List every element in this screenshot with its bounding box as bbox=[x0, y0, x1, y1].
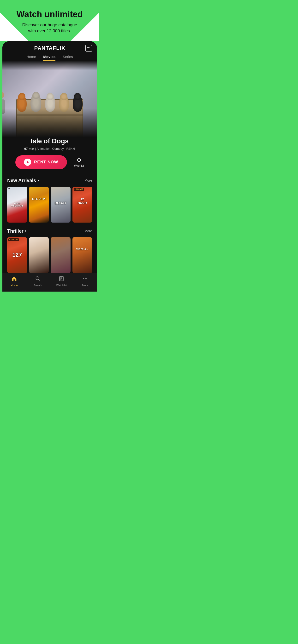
nav-home[interactable]: Home bbox=[7, 276, 21, 287]
svg-point-6 bbox=[83, 278, 84, 279]
tab-series[interactable]: Series bbox=[63, 54, 73, 60]
movie-card-three-billboards[interactable] bbox=[72, 237, 92, 273]
movie-meta: 97 min | Animation, Comedy | FSK 6 bbox=[7, 147, 92, 150]
nav-watchlist[interactable]: Watchlist bbox=[54, 276, 69, 287]
rent-now-button[interactable]: RENT NOW bbox=[15, 155, 67, 169]
new-arrivals-header: New Arrivals › More bbox=[7, 178, 92, 183]
tab-home[interactable]: Home bbox=[26, 54, 36, 60]
hero-background bbox=[3, 60, 97, 137]
watchlist-icon bbox=[59, 276, 64, 283]
movie-info: Isle of Dogs 97 min | Animation, Comedy … bbox=[3, 137, 97, 174]
play-icon bbox=[24, 158, 31, 166]
promo-headline: Watch unlimited bbox=[7, 10, 92, 19]
app-header: PANTAFLIX Home Movies Series bbox=[3, 41, 97, 60]
nav-search[interactable]: Search bbox=[31, 276, 45, 287]
app-logo: PANTAFLIX bbox=[34, 45, 65, 51]
thriller-section: Thriller › More 6 OSCAR® bbox=[3, 224, 97, 273]
wishlist-icon bbox=[76, 157, 82, 163]
svg-point-8 bbox=[86, 278, 87, 279]
movie-card-thriller-3[interactable] bbox=[51, 237, 71, 273]
oscar-badge-12h: 6 OSCAR® bbox=[74, 188, 84, 191]
svg-line-1 bbox=[39, 279, 40, 281]
nav-more-label: More bbox=[82, 284, 88, 287]
thriller-movies: 6 OSCAR® bbox=[3, 237, 97, 273]
oscar-badge-127: 6 OSCAR® bbox=[9, 238, 19, 241]
movie-title: Isle of Dogs bbox=[7, 137, 92, 145]
hero-top-overlay bbox=[3, 60, 97, 70]
wishlist-button[interactable]: Wishlist bbox=[74, 157, 84, 168]
movie-duration: 97 min bbox=[24, 147, 34, 150]
new-arrivals-title: New Arrivals › bbox=[7, 178, 39, 183]
nav-more[interactable]: More bbox=[78, 276, 92, 287]
new-arrivals-section: New Arrivals › More 6 OSCAR® bbox=[3, 174, 97, 222]
app-frame: PANTAFLIX Home Movies Series bbox=[3, 41, 97, 292]
thriller-more[interactable]: More bbox=[84, 229, 92, 233]
promo-banner: Watch unlimited Discover our huge catalo… bbox=[0, 0, 99, 41]
nav-watchlist-label: Watchlist bbox=[56, 284, 67, 287]
section-divider-1 bbox=[3, 222, 97, 224]
new-arrivals-more[interactable]: More bbox=[84, 178, 92, 182]
header-row: PANTAFLIX bbox=[7, 45, 92, 51]
search-icon bbox=[35, 276, 41, 283]
tab-movies[interactable]: Movies bbox=[43, 54, 55, 60]
movie-card-life-of-pi[interactable] bbox=[29, 187, 49, 222]
bottom-nav: Home Search Watchlist bbox=[3, 273, 97, 292]
thriller-label: Thriller bbox=[7, 228, 24, 234]
more-icon bbox=[82, 276, 88, 283]
svg-point-7 bbox=[85, 278, 86, 279]
home-icon bbox=[11, 276, 17, 283]
movie-card-thriller-2[interactable] bbox=[29, 237, 49, 273]
cast-icon[interactable] bbox=[85, 45, 92, 52]
thriller-chevron: › bbox=[25, 228, 26, 234]
movie-card-borat[interactable] bbox=[51, 187, 71, 222]
hero-bottom-overlay bbox=[3, 108, 97, 137]
thriller-header: Thriller › More bbox=[7, 228, 92, 234]
movie-separator-2: | bbox=[65, 147, 66, 150]
promo-subtext: Discover our huge cataloguewith over 12,… bbox=[7, 22, 92, 34]
nav-search-label: Search bbox=[34, 284, 42, 287]
nav-home-label: Home bbox=[11, 284, 18, 287]
thriller-title: Thriller › bbox=[7, 228, 26, 234]
new-arrivals-movies: 6 OSCAR® bbox=[3, 187, 97, 222]
action-row: RENT NOW Wishlist bbox=[7, 155, 92, 169]
wishlist-label: Wishlist bbox=[74, 164, 84, 168]
movie-rating: FSK 6 bbox=[66, 147, 75, 150]
rent-now-label: RENT NOW bbox=[34, 160, 58, 164]
movie-genres: Animation, Comedy bbox=[37, 147, 64, 150]
movie-card-127-hours[interactable]: 6 OSCAR® bbox=[7, 237, 27, 273]
movie-card-ford-ferrari[interactable] bbox=[7, 187, 27, 222]
nav-tabs: Home Movies Series bbox=[7, 54, 92, 60]
hero-image bbox=[3, 60, 97, 137]
oscar-badge-ford bbox=[9, 188, 10, 189]
new-arrivals-label: New Arrivals bbox=[7, 178, 36, 183]
movie-card-12-hours[interactable]: 6 OSCAR® bbox=[72, 187, 92, 222]
new-arrivals-chevron: › bbox=[37, 178, 39, 183]
